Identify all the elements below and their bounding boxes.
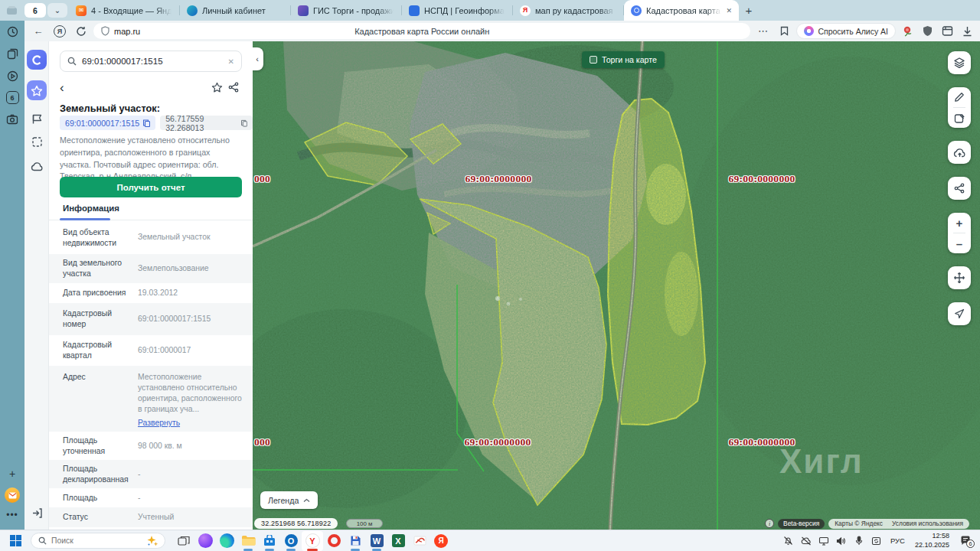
browser-tab-gis-torgi[interactable]: ГИС Торги - продажи гос <box>291 0 400 21</box>
tabs-panel-icon[interactable] <box>5 47 19 60</box>
ask-alice-button[interactable]: Спросить Алису AI <box>796 23 896 39</box>
start-button[interactable] <box>0 535 31 546</box>
tab-information[interactable]: Информация <box>63 204 119 213</box>
alice-app-icon[interactable] <box>194 531 216 551</box>
torgi-toggle-button[interactable]: Торги на карте <box>582 51 665 68</box>
legend-button[interactable]: Легенда <box>260 491 318 509</box>
taskbar-search-input[interactable] <box>51 536 128 545</box>
window-menu-icon[interactable] <box>0 5 23 15</box>
edit-button[interactable] <box>948 108 971 128</box>
mailru-icon[interactable] <box>409 531 430 551</box>
word-icon[interactable]: W <box>366 531 387 551</box>
table-row: Вид земельного участкаЗемлепользование <box>49 254 253 283</box>
refresh-button[interactable] <box>72 23 90 40</box>
store-icon[interactable] <box>259 531 280 551</box>
zoom-in-button[interactable]: + <box>948 213 971 233</box>
expand-link[interactable]: Развернуть <box>138 418 180 429</box>
share-icon[interactable] <box>225 79 242 96</box>
zoom-out-button[interactable]: – <box>948 233 971 253</box>
site-logo[interactable] <box>27 50 47 70</box>
sidebar-badge-value: 6 <box>10 94 14 102</box>
cadastral-search-box[interactable]: ✕ <box>60 51 242 72</box>
screenshot-icon[interactable] <box>5 112 19 126</box>
draw-button[interactable] <box>948 87 971 107</box>
favorites-button[interactable] <box>27 80 47 100</box>
get-report-button[interactable]: Получить отчет <box>60 177 242 197</box>
tab-list-chevron-icon[interactable]: ⌄ <box>47 3 67 18</box>
row-value: Учтенный <box>138 512 245 523</box>
extension-rose-icon[interactable] <box>899 23 916 40</box>
bell-off-icon[interactable] <box>781 533 796 549</box>
extension-browser-icon[interactable] <box>939 23 956 40</box>
login-icon[interactable] <box>27 503 47 523</box>
task-view-button[interactable] <box>173 531 194 551</box>
add-panel-icon[interactable]: + <box>5 467 19 481</box>
map-share-button[interactable] <box>948 177 971 200</box>
new-tab-button[interactable]: + <box>739 1 759 21</box>
search-input[interactable] <box>82 57 223 66</box>
yandex-browser-icon[interactable]: Y <box>302 531 323 551</box>
cloud-icon[interactable] <box>27 156 47 176</box>
pan-button[interactable] <box>948 266 971 289</box>
taskbar-search[interactable] <box>31 533 165 549</box>
locate-button[interactable] <box>948 302 971 325</box>
yandex-mail-icon[interactable] <box>5 487 20 503</box>
clear-search-icon[interactable]: ✕ <box>228 57 234 66</box>
copy-icon[interactable] <box>241 119 247 127</box>
clock[interactable]: 12:58 22.10.2025 <box>911 532 953 549</box>
tab-counter[interactable]: 6 <box>24 3 46 18</box>
time-text: 12:58 <box>932 532 949 540</box>
map-toolbar: + – <box>948 51 971 325</box>
edge-icon[interactable] <box>216 531 237 551</box>
torgi-checkbox[interactable] <box>590 56 597 64</box>
area-select-icon[interactable] <box>27 109 47 129</box>
cadastral-number-chip[interactable]: 69:01:0000017:1515 <box>60 116 155 130</box>
floppy-app-icon[interactable] <box>345 531 366 551</box>
tab-close-icon[interactable]: ✕ <box>726 7 732 15</box>
network-display-icon[interactable] <box>816 533 831 549</box>
microphone-icon[interactable] <box>851 533 867 549</box>
history-icon[interactable] <box>5 24 19 38</box>
tab-groups-badge[interactable]: 6 <box>6 91 19 104</box>
outlook-icon[interactable]: O <box>280 531 302 551</box>
bookmark-flag-icon[interactable] <box>775 23 793 40</box>
selection-rect-icon[interactable] <box>27 132 47 152</box>
browser-tab-mail[interactable]: ✉ 4 - Входящие — Яндекс П <box>69 0 178 21</box>
cadastral-map[interactable]: ‹ Торги на карте 000 69:00:0000000 69:00… <box>253 41 980 530</box>
tab-counter-value: 6 <box>33 6 38 15</box>
favorite-star-icon[interactable] <box>208 79 225 96</box>
more-button[interactable]: ⋯ <box>753 23 772 40</box>
browser-tab-cabinet[interactable]: Личный кабинет <box>180 0 289 21</box>
beta-badge: Beta-версия <box>778 519 825 529</box>
terms-link[interactable]: Условия использования <box>892 520 963 527</box>
yandex-services-button[interactable]: Я <box>51 23 69 40</box>
mail-favicon: ✉ <box>76 5 87 16</box>
yandex-app-icon[interactable]: Я <box>430 531 452 551</box>
download-button[interactable] <box>959 23 975 40</box>
browser-tab-ya-search[interactable]: Я мап ру кадастровая карт <box>513 0 622 21</box>
copy-icon[interactable] <box>143 119 150 127</box>
info-icon[interactable]: i <box>765 519 774 528</box>
address-bar[interactable]: map.ru Кадастровая карта России онлайн <box>93 23 750 39</box>
speaker-icon[interactable] <box>834 533 849 549</box>
coordinates-chip[interactable]: 56.717559 32.268013 <box>160 116 253 130</box>
row-label: Вид земельного участка <box>63 258 132 279</box>
cloud-off-icon[interactable] <box>799 533 814 549</box>
update-window-icon[interactable] <box>869 533 884 549</box>
browser-tab-nspd[interactable]: НСПД | Геоинформацион <box>402 0 511 21</box>
play-icon[interactable] <box>5 69 19 83</box>
back-button[interactable]: ← <box>29 23 47 40</box>
layers-button[interactable] <box>948 51 971 74</box>
extension-shield-icon[interactable] <box>919 23 936 40</box>
browser-tab-cadastral-map[interactable]: Кадастровая карта Рос ✕ <box>624 0 739 21</box>
url-text[interactable]: map.ru <box>114 27 140 36</box>
opera-icon[interactable] <box>323 531 345 551</box>
file-explorer-icon[interactable] <box>237 531 259 551</box>
language-indicator[interactable]: РУС <box>887 536 909 545</box>
panel-back-button[interactable]: ‹ <box>60 81 64 94</box>
sidebar-more-icon[interactable]: ••• <box>6 510 18 520</box>
excel-icon[interactable]: X <box>387 531 409 551</box>
upload-button[interactable] <box>948 141 971 164</box>
notification-center-button[interactable]: 6 <box>956 533 975 549</box>
panel-collapse-button[interactable]: ‹ <box>253 47 263 70</box>
